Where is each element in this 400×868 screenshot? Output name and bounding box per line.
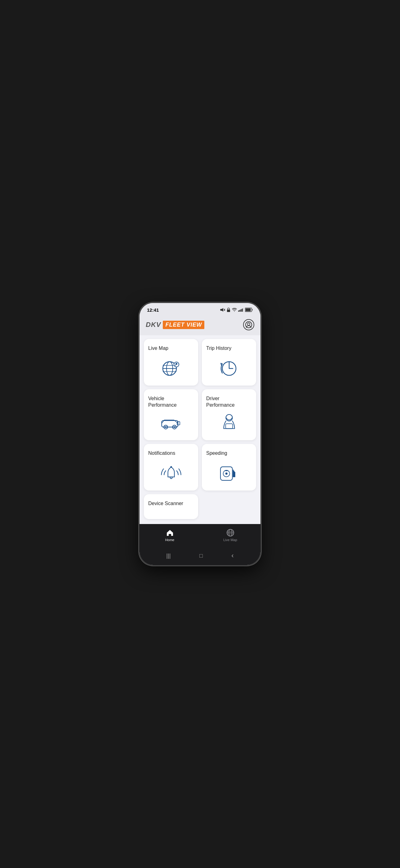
vehicle-performance-title: VehiclePerformance (148, 396, 177, 408)
menu-grid: Live Map Trip History (139, 335, 261, 542)
trip-history-title: Trip History (206, 345, 231, 352)
trip-history-card[interactable]: Trip History (202, 339, 256, 385)
user-circle-icon (245, 321, 252, 328)
svg-rect-6 (242, 309, 243, 312)
speeding-card[interactable]: Speeding (202, 444, 256, 491)
svg-rect-27 (226, 424, 233, 428)
nav-home[interactable]: Home (139, 529, 200, 542)
mute-icon (220, 308, 225, 312)
status-icons (220, 308, 253, 312)
svg-point-23 (165, 426, 166, 428)
svg-rect-5 (241, 309, 241, 312)
nav-live-map-label: Live Map (223, 538, 237, 542)
status-bar: 12:41 (139, 303, 261, 317)
globe-icon (226, 529, 234, 537)
vehicle-performance-card[interactable]: VehiclePerformance (144, 389, 198, 440)
user-profile-button[interactable] (243, 319, 254, 330)
driver-performance-card[interactable]: DriverPerformance (202, 389, 256, 440)
notifications-card[interactable]: Notifications (144, 444, 198, 491)
empty-slot (202, 494, 256, 519)
svg-point-31 (225, 472, 227, 475)
vehicle-performance-icon (148, 412, 194, 434)
svg-rect-7 (243, 308, 244, 312)
device-scanner-title: Device Scanner (148, 500, 183, 507)
logo-dkv: DKV (146, 321, 161, 329)
driver-performance-title: DriverPerformance (206, 396, 235, 408)
lock-icon (226, 308, 231, 312)
svg-point-25 (173, 426, 175, 428)
live-map-card[interactable]: Live Map (144, 339, 198, 385)
svg-rect-32 (225, 470, 227, 471)
android-recents-button[interactable]: ||| (166, 553, 171, 559)
svg-rect-3 (238, 310, 239, 312)
logo: DKV FLEET VIEW (146, 321, 204, 329)
android-home-button[interactable]: □ (199, 553, 203, 559)
svg-rect-9 (245, 309, 251, 311)
svg-point-11 (247, 323, 250, 326)
android-nav: ||| □ ‹ (139, 547, 261, 565)
driver-performance-icon (206, 412, 252, 434)
nav-live-map[interactable]: Live Map (200, 529, 261, 542)
bottom-nav: Home Live Map (139, 524, 261, 547)
signal-icon (238, 308, 244, 312)
notifications-title: Notifications (148, 450, 175, 457)
device-scanner-card[interactable]: Device Scanner (144, 494, 198, 519)
wifi-icon (232, 308, 237, 312)
header: DKV FLEET VIEW (139, 317, 261, 335)
battery-icon (245, 308, 253, 312)
phone-frame: 12:41 (139, 303, 261, 565)
speeding-icon (206, 463, 252, 484)
status-time: 12:41 (147, 307, 159, 313)
android-back-button[interactable]: ‹ (231, 552, 233, 560)
live-map-title: Live Map (148, 345, 168, 352)
trip-history-icon (206, 358, 252, 379)
home-icon (166, 529, 174, 537)
svg-rect-2 (227, 310, 230, 312)
speeding-title: Speeding (206, 450, 227, 457)
svg-rect-4 (239, 310, 240, 312)
logo-fleet: FLEET VIEW (163, 321, 204, 329)
live-map-icon (148, 358, 194, 379)
svg-point-28 (170, 466, 172, 468)
nav-home-label: Home (165, 538, 174, 542)
notifications-icon (148, 463, 194, 484)
